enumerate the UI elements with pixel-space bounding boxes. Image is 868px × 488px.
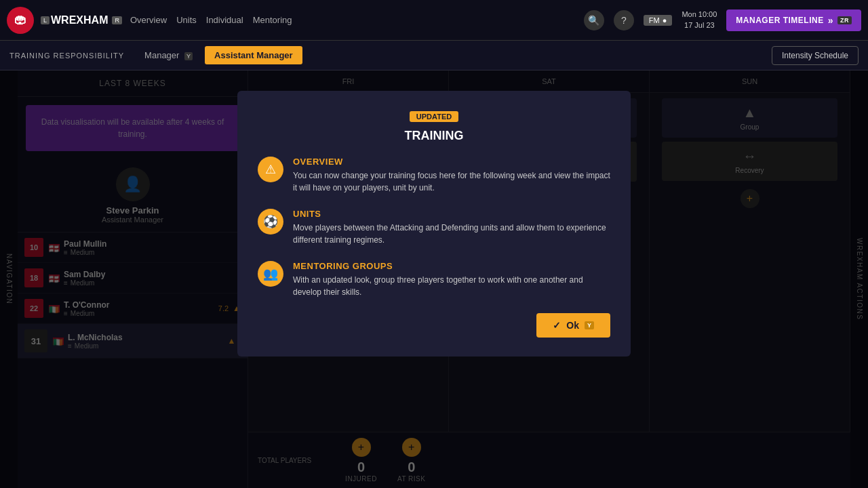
nav-individual[interactable]: Individual [206,15,243,25]
fm-icon: ● [663,16,667,24]
nav-units[interactable]: Units [176,15,197,25]
top-bar-right: 🔍 ? FM ● Mon 10:00 17 Jul 23 MANAGER TIM… [584,9,861,31]
timeline-arrow-icon: » [828,15,833,26]
group-people-icon: 👥 [263,266,278,281]
fm-badge: FM ● [644,15,673,26]
nav-mentoring[interactable]: Mentoring [253,15,292,25]
zr-badge: ZR [837,16,852,24]
mentoring-section-desc: With an updated look, group three player… [293,274,610,298]
modal-section-units: ⚽ UNITS Move players between the Attacki… [258,209,610,246]
units-content: UNITS Move players between the Attacking… [293,209,610,246]
tab-assistant-label: Assistant Manager [214,50,293,60]
updated-badge: UPDATED [410,111,458,122]
tab-assistant-manager[interactable]: Assistant Manager [205,46,302,64]
overview-content: OVERVIEW You can now change your trainin… [293,157,610,194]
modal: UPDATED TRAINING ⚠ OVERVIEW You can now … [237,91,631,357]
fm-label: FM [649,16,660,24]
overview-section-desc: You can now change your training focus h… [293,169,610,194]
left-badge: L [41,16,50,24]
manager-timeline-label: MANAGER TIMELINE [736,16,823,25]
main-area: NAVIGATION LAST 8 WEEKS Data visualisati… [0,70,868,488]
tab-manager-label: Manager [144,50,179,60]
club-name: WREXHAM [51,14,108,26]
ok-button[interactable]: ✓ Ok Y [536,313,610,338]
ok-y-badge: Y [585,321,594,329]
search-icon: 🔍 [588,15,599,26]
checkmark-icon: ✓ [553,320,561,331]
units-section-icon: ⚽ [258,209,283,235]
soccer-ball-icon: ⚽ [263,214,278,229]
club-logo: 🏟 [7,7,34,34]
intensity-schedule-label: Intensity Schedule [782,51,848,60]
units-section-desc: Move players between the Attacking and D… [293,222,610,246]
modal-updated-wrapper: UPDATED [258,110,610,125]
top-bar: 🏟 L WREXHAM R Overview Units Individual … [0,0,868,41]
modal-title: TRAINING [258,129,610,143]
units-section-title: UNITS [293,209,610,219]
datetime-line2: 17 Jul 23 [682,20,717,30]
mentoring-section-title: MENTORING GROUPS [293,261,610,271]
datetime-line1: Mon 10:00 [682,9,717,20]
datetime-block: Mon 10:00 17 Jul 23 [682,9,717,30]
manager-y-badge: Y [184,52,193,60]
modal-section-overview: ⚠ OVERVIEW You can now change your train… [258,157,610,194]
search-button[interactable]: 🔍 [584,10,604,30]
tab-manager[interactable]: Manager Y [135,46,202,64]
training-responsibility-label: TRAINING RESPONSIBILITY [9,52,124,60]
help-icon: ? [621,15,627,26]
ok-label: Ok [566,320,579,331]
overview-section-icon: ⚠ [258,157,283,182]
warning-icon: ⚠ [265,162,276,177]
modal-ok-area: ✓ Ok Y [258,313,610,338]
manager-timeline-button[interactable]: MANAGER TIMELINE » ZR [726,9,861,31]
top-nav-links: Overview Units Individual Mentoring [130,15,292,25]
club-logo-icon: 🏟 [14,13,26,27]
modal-overlay: UPDATED TRAINING ⚠ OVERVIEW You can now … [0,70,868,488]
mentoring-section-icon: 👥 [258,261,283,287]
nav-overview[interactable]: Overview [130,15,167,25]
intensity-schedule-button[interactable]: Intensity Schedule [772,46,859,65]
help-button[interactable]: ? [614,10,634,30]
overview-badge: R [112,16,122,24]
secondary-nav: TRAINING RESPONSIBILITY Manager Y Assist… [0,41,868,70]
overview-section-title: OVERVIEW [293,157,610,167]
mentoring-content: MENTORING GROUPS With an updated look, g… [293,261,610,298]
modal-section-mentoring: 👥 MENTORING GROUPS With an updated look,… [258,261,610,298]
